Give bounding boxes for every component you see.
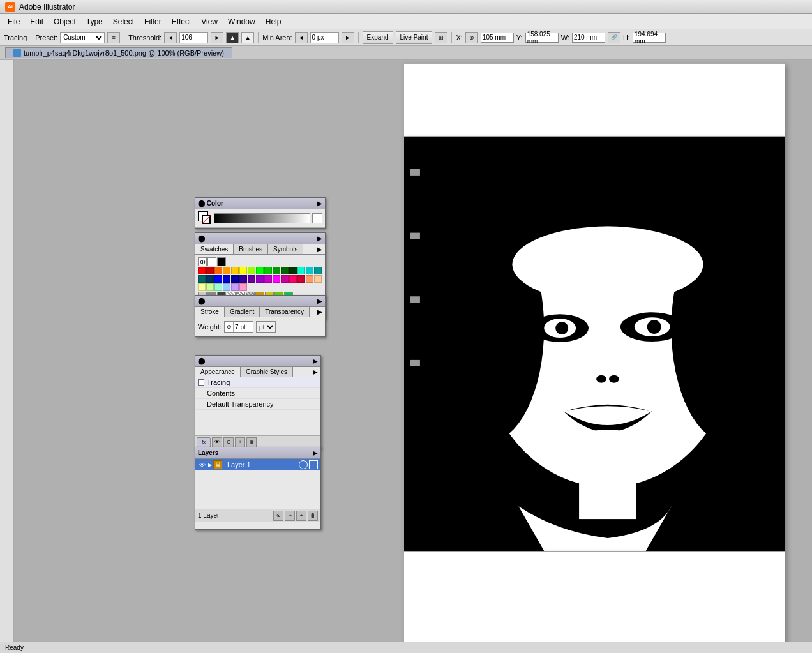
layers-delete-btn[interactable]: 🗑 (308, 511, 318, 521)
swatches-panel-close[interactable]: ▶ (317, 235, 322, 242)
swatch-cell[interactable] (289, 275, 297, 283)
threshold-light-btn[interactable]: ▲ (241, 32, 254, 43)
appearance-visibility-btn[interactable]: 👁 (212, 437, 222, 447)
swatch-cell[interactable] (231, 283, 239, 291)
menu-filter[interactable]: Filter (139, 16, 167, 27)
swatch-cell[interactable] (314, 267, 322, 274)
stroke-options-btn[interactable]: ▶ (315, 307, 325, 317)
preset-select[interactable]: Custom (60, 32, 105, 43)
swatch-cell[interactable] (206, 275, 214, 283)
swatch-cell[interactable] (206, 283, 214, 291)
swatch-cell[interactable] (273, 267, 280, 274)
minarea-up-btn[interactable]: ► (342, 32, 354, 43)
fill-stroke-swatches[interactable] (198, 211, 212, 225)
live-paint-icon-btn[interactable]: ⊞ (435, 32, 447, 43)
swatch-cell[interactable] (231, 267, 239, 274)
swatch-cell[interactable] (214, 275, 222, 283)
swatch-cell[interactable] (239, 283, 247, 291)
tab-brushes[interactable]: Brushes (234, 244, 268, 254)
appearance-item-transparency[interactable]: Default Transparency (195, 399, 320, 410)
document-tab[interactable]: tumblr_p4saq4rDkg1wojvr8o1_500.png @ 100… (5, 47, 232, 58)
swatch-cell[interactable] (289, 267, 297, 274)
stroke-panel-titlebar[interactable]: ⬤ ▶ (195, 296, 325, 307)
preset-options-btn[interactable]: ≡ (107, 32, 120, 43)
swatch-cell[interactable] (314, 275, 322, 283)
swatch-cell[interactable] (239, 267, 247, 274)
weight-spinner[interactable]: ⊕ (225, 322, 234, 332)
swatch-cell[interactable] (248, 267, 255, 274)
swatch-cell[interactable] (223, 275, 230, 283)
menu-select[interactable]: Select (108, 16, 139, 27)
expand-btn[interactable]: Expand (363, 31, 393, 44)
weight-input[interactable] (234, 324, 253, 331)
swatch-none[interactable]: ⊕ (198, 257, 207, 266)
weight-unit-select[interactable]: pt (256, 321, 276, 333)
layer-lock-icon[interactable] (309, 460, 318, 469)
layers-new-btn[interactable]: ⊙ (273, 511, 283, 521)
swatch-cell[interactable] (198, 283, 206, 291)
tab-stroke[interactable]: Stroke (195, 307, 225, 317)
menu-help[interactable]: Help (260, 16, 287, 27)
layer-expand-icon[interactable]: ▶ (207, 460, 213, 469)
swatch-cell[interactable] (214, 283, 222, 291)
tab-transparency[interactable]: Transparency (260, 307, 310, 317)
minarea-down-btn[interactable]: ◄ (295, 32, 308, 43)
swatch-cell[interactable] (297, 267, 305, 274)
appearance-options-btn[interactable]: ▶ (310, 367, 320, 377)
appearance-add-btn[interactable]: + (235, 437, 245, 447)
tab-appearance[interactable]: Appearance (195, 367, 241, 377)
layer-target-icon[interactable] (299, 460, 308, 469)
swatch-cell[interactable] (281, 267, 289, 274)
tracing-checkbox[interactable] (198, 379, 204, 386)
appearance-copy-btn[interactable]: ⊙ (223, 437, 234, 447)
menu-view[interactable]: View (196, 16, 223, 27)
swatch-black[interactable] (217, 257, 226, 266)
layers-panel-close[interactable]: ▶ (313, 449, 318, 456)
swatch-cell[interactable] (223, 267, 230, 274)
appearance-panel-titlebar[interactable]: ⬤ ▶ (195, 356, 320, 367)
swatch-cell[interactable] (206, 267, 214, 274)
tab-swatches[interactable]: Swatches (195, 244, 234, 254)
color-panel-titlebar[interactable]: ⬤ Color ▶ (195, 198, 325, 209)
swatches-options-btn[interactable]: ▶ (315, 244, 325, 254)
threshold-down-btn[interactable]: ◄ (164, 32, 177, 43)
threshold-up-btn[interactable]: ► (211, 32, 223, 43)
tab-gradient[interactable]: Gradient (225, 307, 260, 317)
appearance-fx-btn[interactable]: fx (197, 437, 211, 447)
color-gradient-bar[interactable] (214, 213, 310, 223)
layers-panel-titlebar[interactable]: Layers ▶ (195, 447, 320, 459)
threshold-input[interactable] (179, 32, 208, 43)
swatch-cell[interactable] (198, 267, 206, 274)
swatch-cell[interactable] (306, 267, 313, 274)
swatch-cell[interactable] (239, 275, 247, 283)
swatch-cell[interactable] (297, 275, 305, 283)
live-paint-btn[interactable]: Live Paint (396, 31, 433, 44)
swatch-cell[interactable] (306, 275, 313, 283)
tab-symbols[interactable]: Symbols (268, 244, 303, 254)
layers-add-btn[interactable]: + (296, 511, 306, 521)
layer-1[interactable]: 👁 ▶ 🖼 Layer 1 (195, 459, 320, 470)
minarea-input[interactable] (310, 32, 339, 43)
threshold-dark-btn[interactable]: ▲ (226, 32, 239, 43)
appearance-delete-btn[interactable]: 🗑 (246, 437, 257, 447)
swatch-white[interactable] (207, 257, 216, 266)
stroke-panel-close[interactable]: ▶ (317, 297, 322, 304)
appearance-item-contents[interactable]: Contents (195, 388, 320, 399)
menu-effect[interactable]: Effect (167, 16, 196, 27)
swatch-cell[interactable] (264, 267, 272, 274)
swatch-cell[interactable] (256, 267, 264, 274)
layers-move-btn[interactable]: → (285, 511, 295, 521)
swatches-panel-titlebar[interactable]: ⬤ ▶ (195, 233, 325, 244)
menu-file[interactable]: File (3, 16, 25, 27)
appearance-panel-close[interactable]: ▶ (313, 357, 318, 364)
swatch-cell[interactable] (248, 275, 255, 283)
swatch-cell[interactable] (231, 275, 239, 283)
menu-type[interactable]: Type (81, 16, 108, 27)
menu-window[interactable]: Window (223, 16, 260, 27)
color-panel-close[interactable]: ▶ (317, 200, 322, 207)
layer-eye-icon[interactable]: 👁 (198, 460, 207, 469)
swatch-cell[interactable] (198, 275, 206, 283)
canvas-area[interactable]: ⬤ Color ▶ ⬤ ▶ Swatches (14, 60, 812, 642)
menu-edit[interactable]: Edit (25, 16, 49, 27)
swatch-cell[interactable] (273, 275, 280, 283)
